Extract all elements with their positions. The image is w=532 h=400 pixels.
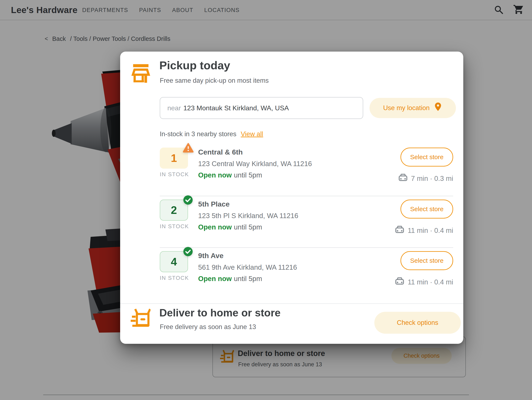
stores-list: 1 IN STOCK Central & 6th 123 Centr (160, 144, 453, 299)
store-hours: Open nowuntil 5pm (198, 223, 397, 231)
hours-text: until 5pm (234, 171, 262, 179)
drive-text: 11 min · 0.4 mi (408, 278, 453, 286)
hours-text: until 5pm (234, 223, 262, 231)
open-status: Open now (198, 275, 232, 283)
store-hours: Open nowuntil 5pm (198, 171, 397, 179)
select-store-button[interactable]: Select store (400, 200, 453, 219)
stock-count: 4 (171, 255, 177, 268)
store-row: 4 IN STOCK 9th Ave 561 9th Ave Kirkland,… (160, 247, 453, 299)
open-status: Open now (198, 223, 232, 231)
location-input-value: 123 Montauk St Kirkland, WA, USA (183, 104, 289, 112)
location-input-prefix: near (167, 104, 181, 112)
check-icon (183, 195, 193, 208)
store-address: 123 5th Pl S Kirkland, WA 11216 (198, 212, 397, 220)
car-icon (398, 174, 408, 183)
use-my-location-label: Use my location (383, 104, 430, 112)
store-hours: Open nowuntil 5pm (198, 275, 397, 283)
in-stock-label: IN STOCK (160, 223, 198, 230)
select-store-button[interactable]: Select store (400, 251, 453, 270)
drive-info: 11 min · 0.4 mi (395, 226, 453, 235)
fast-delivery-icon (131, 308, 151, 330)
check-icon (183, 246, 193, 259)
stock-count-badge: 2 (160, 200, 188, 221)
car-icon (395, 226, 404, 235)
store-name: Central & 6th (198, 148, 397, 156)
delivery-title: Deliver to home or store (159, 307, 280, 319)
pickup-title: Pickup today (159, 59, 230, 72)
stock-count: 2 (171, 204, 177, 216)
select-store-button[interactable]: Select store (400, 148, 453, 166)
drive-text: 7 min · 0.3 mi (411, 174, 453, 183)
stock-count-badge: 1 (160, 148, 188, 169)
pickup-subtitle: Free same day pick-up on most items (160, 77, 269, 84)
store-address: 561 9th Ave Kirkland, WA 11216 (198, 263, 397, 271)
location-input[interactable]: near 123 Montauk St Kirkland, WA, USA (160, 97, 363, 119)
location-pin-icon (434, 102, 442, 114)
store-name: 5th Place (198, 200, 397, 208)
hours-text: until 5pm (234, 275, 262, 283)
view-all-link[interactable]: View all (241, 130, 263, 138)
storefront-icon (131, 63, 151, 84)
warning-icon (183, 142, 194, 155)
use-my-location-button[interactable]: Use my location (369, 98, 456, 118)
stock-summary: In-stock in 3 nearby stores View all (160, 130, 263, 138)
check-options-button[interactable]: Check options (374, 312, 461, 334)
store-row: 2 IN STOCK 5th Place 123 5th Pl S Kirkla… (160, 196, 453, 247)
drive-text: 11 min · 0.4 mi (408, 227, 453, 234)
store-name: 9th Ave (198, 252, 397, 260)
pickup-modal: Pickup today Free same day pick-up on mo… (120, 52, 463, 344)
stock-count: 1 (171, 152, 177, 164)
delivery-section: Deliver to home or store Free delivery a… (120, 304, 463, 344)
in-stock-label: IN STOCK (160, 275, 198, 281)
delivery-subtitle: Free delivery as soon as June 13 (160, 323, 256, 331)
stock-count-badge: 4 (160, 251, 188, 272)
store-row: 1 IN STOCK Central & 6th 123 Centr (160, 144, 453, 196)
drive-info: 11 min · 0.4 mi (395, 277, 453, 287)
car-icon (395, 277, 404, 287)
in-stock-label: IN STOCK (160, 171, 198, 178)
drive-info: 7 min · 0.3 mi (398, 174, 453, 183)
store-address: 123 Central Way Kirkland, WA 11216 (198, 160, 397, 168)
stock-summary-text: In-stock in 3 nearby stores (160, 130, 236, 138)
page-root: Lee's Hardware DEPARTMENTS PAINTS ABOUT … (0, 0, 532, 400)
open-status: Open now (198, 171, 232, 179)
